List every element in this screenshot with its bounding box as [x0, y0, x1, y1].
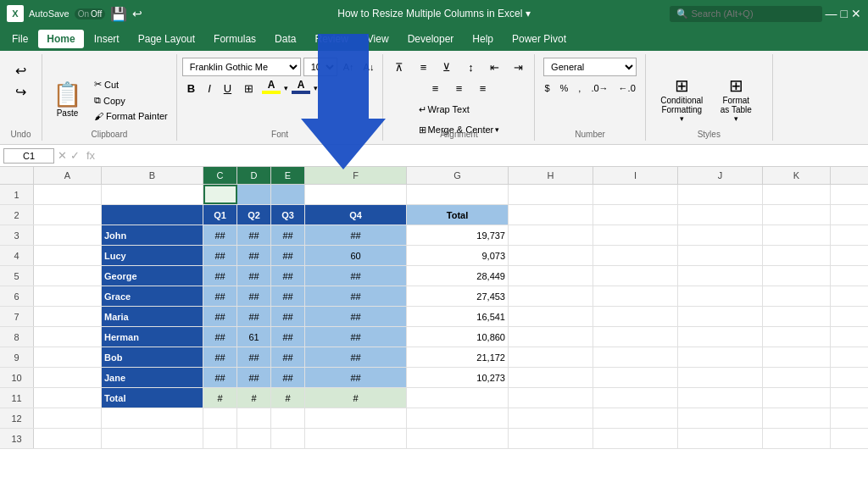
cell-F8[interactable]: ##	[305, 327, 407, 347]
cell-H4[interactable]	[509, 246, 593, 265]
cell-J3[interactable]	[678, 225, 763, 245]
cell-B12[interactable]	[102, 408, 203, 428]
cell-C5[interactable]: ##	[203, 266, 237, 286]
cell-I3[interactable]	[593, 225, 678, 245]
cell-K10[interactable]	[763, 368, 831, 387]
align-top-button[interactable]: ⊼	[388, 58, 410, 76]
cell-C7[interactable]: ##	[203, 307, 237, 326]
col-header-C[interactable]: C	[203, 167, 237, 184]
formula-input[interactable]	[102, 150, 865, 162]
cell-H3[interactable]	[509, 225, 593, 245]
bold-button[interactable]: B	[182, 79, 200, 97]
cell-B8[interactable]: Herman	[102, 327, 203, 347]
cell-B4[interactable]: Lucy	[102, 246, 203, 265]
cell-E3[interactable]: ##	[271, 225, 305, 245]
percent-button[interactable]: %	[556, 79, 573, 97]
cell-A6[interactable]	[34, 286, 102, 306]
cell-D2[interactable]: Q2	[237, 205, 271, 225]
cell-D13[interactable]	[237, 429, 271, 448]
cell-H8[interactable]	[509, 327, 593, 347]
cell-J12[interactable]	[678, 408, 763, 428]
cell-A2[interactable]	[34, 205, 102, 225]
save-icon[interactable]: 💾	[110, 6, 127, 22]
cell-D11[interactable]: #	[237, 388, 271, 408]
col-header-K[interactable]: K	[763, 167, 831, 184]
col-header-B[interactable]: B	[102, 167, 203, 184]
conditional-formatting-button[interactable]: ⊞ Conditional Formatting ▾	[656, 72, 707, 126]
cell-G3[interactable]: 19,737	[407, 225, 509, 245]
cell-H5[interactable]	[509, 266, 593, 286]
cell-E8[interactable]: ##	[271, 327, 305, 347]
cell-J2[interactable]	[678, 205, 763, 225]
cell-A1[interactable]	[34, 185, 102, 204]
cell-I2[interactable]	[593, 205, 678, 225]
cell-G1[interactable]	[407, 185, 509, 204]
maximize-icon[interactable]: □	[841, 7, 848, 20]
cell-E1[interactable]	[271, 185, 305, 204]
cell-H9[interactable]	[509, 347, 593, 367]
cell-C1[interactable]	[203, 185, 237, 204]
cell-A5[interactable]	[34, 266, 102, 286]
cell-B3[interactable]: John	[102, 225, 203, 245]
font-size-select[interactable]: 10	[303, 58, 337, 76]
cell-D7[interactable]: ##	[237, 307, 271, 326]
italic-button[interactable]: I	[203, 79, 216, 97]
cell-E7[interactable]: ##	[271, 307, 305, 326]
cell-A10[interactable]	[34, 368, 102, 387]
cell-I10[interactable]	[593, 368, 678, 387]
cell-E4[interactable]: ##	[271, 246, 305, 265]
cell-D8[interactable]: 61	[237, 327, 271, 347]
col-header-H[interactable]: H	[509, 167, 593, 184]
cell-I4[interactable]	[593, 246, 678, 265]
cell-I11[interactable]	[593, 388, 678, 408]
cell-J5[interactable]	[678, 266, 763, 286]
cell-A12[interactable]	[34, 408, 102, 428]
close-icon[interactable]: ✕	[851, 7, 861, 20]
cell-C8[interactable]: ##	[203, 327, 237, 347]
cell-B11[interactable]: Total	[102, 388, 203, 408]
cell-B7[interactable]: Maria	[102, 307, 203, 326]
menu-power-pivot[interactable]: Power Pivot	[504, 30, 575, 48]
cell-A4[interactable]	[34, 246, 102, 265]
menu-help[interactable]: Help	[464, 30, 502, 48]
menu-file[interactable]: File	[3, 30, 36, 48]
cell-K5[interactable]	[763, 266, 831, 286]
cell-D10[interactable]: ##	[237, 368, 271, 387]
cell-H1[interactable]	[509, 185, 593, 204]
cell-F1[interactable]	[305, 185, 407, 204]
font-color-button[interactable]: A	[291, 79, 311, 97]
cell-K2[interactable]	[763, 205, 831, 225]
cell-E9[interactable]: ##	[271, 347, 305, 367]
cell-C13[interactable]	[203, 429, 237, 448]
menu-page-layout[interactable]: Page Layout	[130, 30, 203, 48]
cell-F6[interactable]: ##	[305, 286, 407, 306]
paste-button[interactable]: 📋 Paste	[47, 79, 87, 119]
cell-A8[interactable]	[34, 327, 102, 347]
cell-B1[interactable]	[102, 185, 203, 204]
cell-B2[interactable]	[102, 205, 203, 225]
cell-J10[interactable]	[678, 368, 763, 387]
cell-J13[interactable]	[678, 429, 763, 448]
cell-K1[interactable]	[763, 185, 831, 204]
increase-decimal-button[interactable]: .0→	[587, 79, 612, 97]
cell-G6[interactable]: 27,453	[407, 286, 509, 306]
cell-G10[interactable]: 10,273	[407, 368, 509, 387]
cell-C10[interactable]: ##	[203, 368, 237, 387]
cell-I8[interactable]	[593, 327, 678, 347]
cell-G9[interactable]: 21,172	[407, 347, 509, 367]
cell-G2[interactable]: Total	[407, 205, 509, 225]
cell-I1[interactable]	[593, 185, 678, 204]
align-middle-button[interactable]: ≡	[412, 58, 434, 76]
align-bottom-button[interactable]: ⊻	[436, 58, 458, 76]
cell-E2[interactable]: Q3	[271, 205, 305, 225]
menu-insert[interactable]: Insert	[86, 30, 128, 48]
cell-K4[interactable]	[763, 246, 831, 265]
cell-C11[interactable]: #	[203, 388, 237, 408]
wrap-text-button[interactable]: ↵ Wrap Text	[414, 100, 505, 119]
cell-D12[interactable]	[237, 408, 271, 428]
cell-D4[interactable]: ##	[237, 246, 271, 265]
cell-I6[interactable]	[593, 286, 678, 306]
cell-F3[interactable]: ##	[305, 225, 407, 245]
cell-H10[interactable]	[509, 368, 593, 387]
menu-formulas[interactable]: Formulas	[205, 30, 264, 48]
